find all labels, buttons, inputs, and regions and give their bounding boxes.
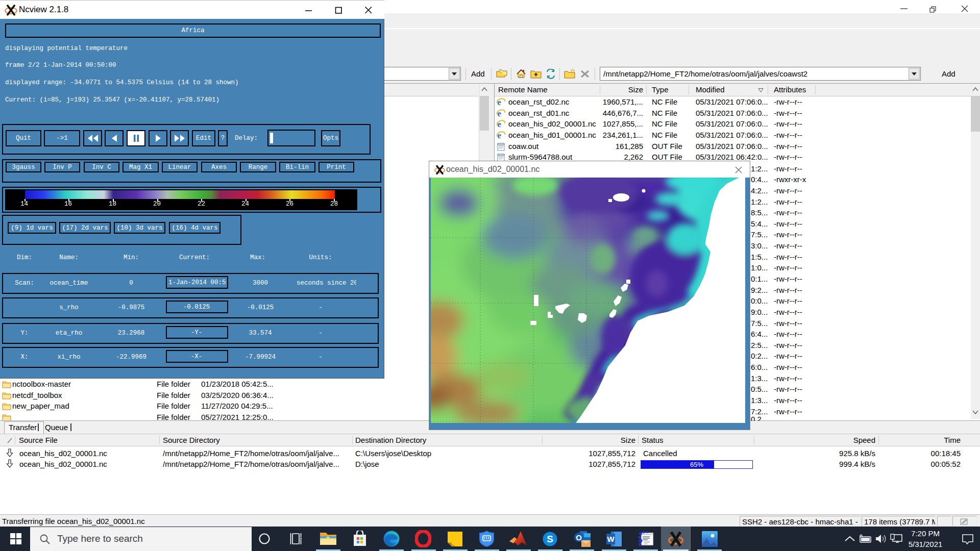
svg-text:O: O bbox=[576, 533, 582, 542]
svg-text:S: S bbox=[547, 534, 553, 544]
svg-text:W: W bbox=[607, 535, 615, 543]
